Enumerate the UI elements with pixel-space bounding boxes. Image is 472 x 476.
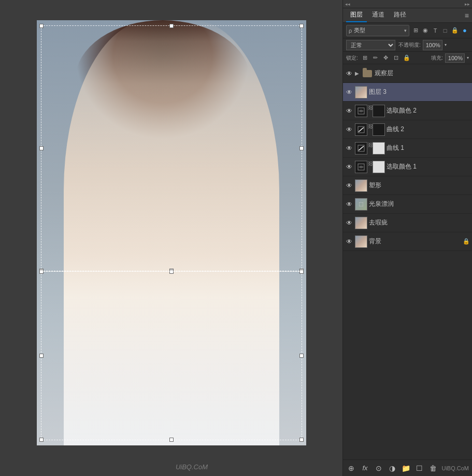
fill-value[interactable]: 100% bbox=[445, 53, 465, 63]
layer-thumbs-guangquan bbox=[355, 198, 367, 211]
collapse-right-icon[interactable]: ▸▸ bbox=[465, 2, 470, 7]
layer-thumb-guangquan bbox=[355, 198, 367, 211]
filter-text-icon[interactable]: T bbox=[431, 26, 439, 35]
layer-mask-curves1 bbox=[373, 142, 385, 155]
layer-thumb-curves2 bbox=[355, 123, 367, 136]
bottom-adjustment-icon[interactable]: ◑ bbox=[387, 463, 397, 474]
layer-name-suxing: 塑形 bbox=[369, 181, 470, 190]
bottom-mask-icon[interactable]: ⊙ bbox=[374, 463, 384, 474]
layer-item-guanchaceng[interactable]: 👁 ▶ 观察层 bbox=[343, 64, 472, 83]
layer-mask-selectcolor2 bbox=[373, 105, 385, 117]
layer-expand-guanchaceng[interactable]: ▶ bbox=[355, 71, 361, 76]
layer-item-suxing[interactable]: 👁 塑形 bbox=[343, 176, 472, 195]
search-box[interactable]: ρ ▾ bbox=[346, 25, 409, 36]
canvas-area: UiBQ.CoM bbox=[0, 0, 342, 476]
lock-artboard-icon[interactable]: ⊡ bbox=[392, 54, 401, 62]
layer-item-layer3[interactable]: 👁 图层 3 bbox=[343, 83, 472, 102]
layer-visibility-layer3[interactable]: 👁 bbox=[345, 88, 353, 96]
layer-visibility-curves1[interactable]: 👁 bbox=[345, 144, 353, 152]
layer-name-selectcolor1: 选取颜色 1 bbox=[387, 162, 470, 171]
tab-layers[interactable]: 图层 bbox=[346, 8, 367, 22]
search-dropdown-icon[interactable]: ▾ bbox=[404, 28, 407, 33]
layers-panel: ◂◂ ▸▸ 图层 通道 路径 ≡ ρ ▾ ⊞ ◉ T □ 🔒 ● 正常 不透明度… bbox=[342, 0, 472, 476]
link-chain-sc2: ⛓ bbox=[368, 105, 372, 117]
watermark-area: UiBQ.CoM bbox=[176, 463, 208, 471]
opacity-value[interactable]: 100% bbox=[423, 40, 442, 50]
layer-thumb-selectcolor2 bbox=[355, 105, 367, 117]
opacity-row: 不透明度: 100% ▾ bbox=[398, 40, 469, 50]
filter-smart-icon[interactable]: 🔒 bbox=[451, 26, 459, 35]
lock-label: 锁定: bbox=[346, 54, 358, 62]
blend-mode-select[interactable]: 正常 bbox=[346, 40, 395, 50]
layer-visibility-selectcolor1[interactable]: 👁 bbox=[345, 163, 353, 171]
search-magnify-icon: ρ bbox=[349, 27, 352, 34]
filter-shape-icon[interactable]: □ bbox=[441, 26, 449, 35]
eye-icon-background: 👁 bbox=[346, 238, 352, 245]
layer-visibility-guanchaceng[interactable]: 👁 bbox=[345, 69, 353, 78]
layer-name-curves2: 曲线 2 bbox=[387, 125, 470, 134]
search-input[interactable] bbox=[354, 27, 402, 34]
layer-visibility-background[interactable]: 👁 bbox=[345, 237, 353, 246]
fill-row: 填充: 100% ▾ bbox=[431, 53, 469, 63]
fill-dropdown-icon[interactable]: ▾ bbox=[467, 55, 469, 60]
link-chain-sc1: ⛓ bbox=[368, 161, 372, 173]
watermark-text: UiBQ.CoM bbox=[176, 463, 208, 471]
layer-thumbs-background bbox=[355, 235, 367, 248]
bottom-new-layer-icon[interactable]: ☐ bbox=[414, 463, 425, 474]
layer-visibility-quxiaci[interactable]: 👁 bbox=[345, 219, 353, 227]
layer-item-curves2[interactable]: 👁 ⛓ 曲线 2 bbox=[343, 120, 472, 139]
eye-icon-guangquan: 👁 bbox=[346, 201, 352, 208]
layer-item-selectcolor1[interactable]: 👁 ⛓ 选取颜色 1 bbox=[343, 158, 472, 176]
layer-visibility-suxing[interactable]: 👁 bbox=[345, 181, 353, 190]
layer-item-curves1[interactable]: 👁 ⛓ 曲线 1 bbox=[343, 139, 472, 158]
svg-rect-4 bbox=[359, 202, 363, 206]
panel-collapse-bar: ◂◂ ▸▸ bbox=[343, 0, 472, 8]
collapse-left-icon[interactable]: ◂◂ bbox=[345, 2, 350, 7]
layer-thumb-selectcolor1 bbox=[355, 161, 367, 173]
layer-visibility-guangquan[interactable]: 👁 bbox=[345, 200, 353, 208]
filter-toggle[interactable]: ● bbox=[461, 26, 469, 35]
layer-name-layer3: 图层 3 bbox=[369, 88, 470, 96]
panel-menu-icon[interactable]: ≡ bbox=[465, 11, 469, 20]
lock-icons-group: ⊞ ✏ ✥ ⊡ 🔒 bbox=[361, 54, 411, 62]
tab-channels[interactable]: 通道 bbox=[368, 8, 389, 22]
bottom-delete-icon[interactable]: 🗑 bbox=[428, 463, 438, 474]
bottom-fx-icon[interactable]: fx bbox=[360, 463, 370, 474]
layer-visibility-selectcolor2[interactable]: 👁 bbox=[345, 107, 353, 115]
lock-draw-icon[interactable]: ✏ bbox=[371, 54, 380, 62]
panel-bottom-toolbar: ⊕ fx ⊙ ◑ 📁 ☐ 🗑 UiBQ.CoM bbox=[343, 459, 472, 476]
eye-icon-curves2: 👁 bbox=[346, 126, 352, 133]
panel-search-row: ρ ▾ ⊞ ◉ T □ 🔒 ● bbox=[343, 23, 472, 38]
canvas-wrapper bbox=[37, 20, 306, 445]
lock-all-icon[interactable]: 🔒 bbox=[403, 54, 411, 62]
figure-silhouette bbox=[64, 20, 279, 445]
lock-move-icon[interactable]: ✥ bbox=[382, 54, 390, 62]
layer-thumb-layer3 bbox=[355, 86, 367, 99]
lock-row: 锁定: ⊞ ✏ ✥ ⊡ 🔒 填充: 100% ▾ bbox=[343, 52, 472, 64]
layer-name-selectcolor2: 选取颜色 2 bbox=[387, 106, 470, 115]
layer-item-selectcolor2[interactable]: 👁 ⛓ 选取颜色 2 bbox=[343, 102, 472, 120]
dividing-line bbox=[41, 271, 302, 272]
link-chain-c2: ⛓ bbox=[368, 123, 372, 136]
layer-name-background: 背景 bbox=[369, 237, 461, 246]
layer-thumbs-selectcolor2: ⛓ bbox=[355, 105, 385, 117]
layer-thumb-quxiaci bbox=[355, 217, 367, 229]
tab-paths[interactable]: 路径 bbox=[390, 8, 410, 22]
filter-adjust-icon[interactable]: ◉ bbox=[421, 26, 430, 35]
eye-icon-quxiaci: 👁 bbox=[346, 219, 352, 227]
filter-pixel-icon[interactable]: ⊞ bbox=[411, 26, 420, 35]
layer-item-background[interactable]: 👁 背景 🔒 bbox=[343, 232, 472, 251]
lock-pixel-icon[interactable]: ⊞ bbox=[361, 54, 369, 62]
layer-visibility-curves2[interactable]: 👁 bbox=[345, 125, 353, 134]
bottom-watermark: UiBQ.CoM bbox=[441, 465, 469, 471]
opacity-label: 不透明度: bbox=[398, 41, 421, 49]
bottom-link-icon[interactable]: ⊕ bbox=[346, 463, 356, 474]
bottom-group-icon[interactable]: 📁 bbox=[401, 463, 411, 474]
opacity-dropdown-icon[interactable]: ▾ bbox=[445, 43, 447, 47]
eye-icon-layer3: 👁 bbox=[346, 89, 352, 96]
layer-name-quxiaci: 去瑕疵 bbox=[369, 218, 470, 227]
canvas-image bbox=[37, 20, 306, 445]
layer-item-quxiaci[interactable]: 👁 去瑕疵 bbox=[343, 214, 472, 232]
link-chain-c1: ⛓ bbox=[368, 142, 372, 155]
layer-item-guangquan[interactable]: 👁 光泉漂润 bbox=[343, 195, 472, 214]
